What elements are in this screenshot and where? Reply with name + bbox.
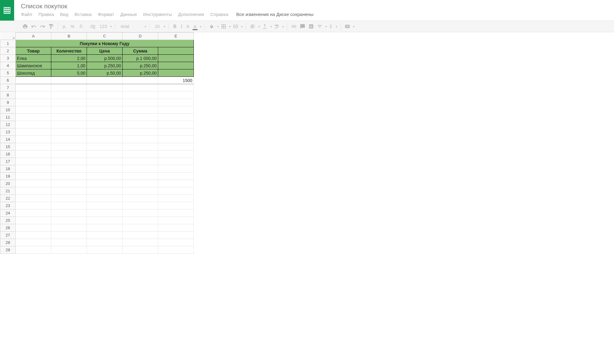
cell-E11[interactable] bbox=[158, 114, 194, 121]
cell-B14[interactable] bbox=[51, 136, 87, 143]
row-header-19[interactable]: 19 bbox=[0, 173, 16, 180]
cell-E15[interactable] bbox=[158, 143, 194, 151]
cell-B22[interactable] bbox=[51, 195, 87, 202]
row-header-16[interactable]: 16 bbox=[0, 151, 16, 158]
cell-C9[interactable] bbox=[87, 99, 123, 106]
menu-help[interactable]: Справка bbox=[210, 12, 228, 17]
row-header-13[interactable]: 13 bbox=[0, 128, 16, 136]
cell-D23[interactable] bbox=[123, 202, 158, 209]
cell-C13[interactable] bbox=[87, 128, 123, 136]
cell-D3[interactable]: р.1 000,00 bbox=[123, 55, 158, 62]
menu-file[interactable]: Файл bbox=[21, 12, 32, 17]
cell-C15[interactable] bbox=[87, 143, 123, 151]
cell-B24[interactable] bbox=[51, 209, 87, 217]
cell-C17[interactable] bbox=[87, 158, 123, 165]
cell-C29[interactable] bbox=[87, 246, 123, 254]
document-title[interactable]: Список покупок bbox=[21, 2, 614, 10]
text-wrap-icon[interactable] bbox=[273, 23, 280, 30]
row-header-26[interactable]: 26 bbox=[0, 224, 16, 232]
cell-E10[interactable] bbox=[158, 106, 194, 114]
row-header-17[interactable]: 17 bbox=[0, 158, 16, 165]
cell-D27[interactable] bbox=[123, 232, 158, 239]
cell-C19[interactable] bbox=[87, 173, 123, 180]
cell-B11[interactable] bbox=[51, 114, 87, 121]
cell-D18[interactable] bbox=[123, 165, 158, 173]
cell-D14[interactable] bbox=[123, 136, 158, 143]
cell-A20[interactable] bbox=[16, 180, 51, 187]
menu-addons[interactable]: Дополнения bbox=[178, 12, 204, 17]
cell-D4[interactable]: р.250,00 bbox=[123, 62, 158, 69]
cell-C6[interactable] bbox=[87, 77, 123, 84]
cell-E29[interactable] bbox=[158, 246, 194, 254]
cell-D15[interactable] bbox=[123, 143, 158, 151]
strikethrough-button[interactable]: S bbox=[185, 24, 191, 29]
column-header-E[interactable]: E bbox=[158, 33, 194, 40]
row-header-23[interactable]: 23 bbox=[0, 202, 16, 209]
cell-B20[interactable] bbox=[51, 180, 87, 187]
cell-E5[interactable] bbox=[158, 69, 194, 77]
cell-A9[interactable] bbox=[16, 99, 51, 106]
row-header-11[interactable]: 11 bbox=[0, 114, 16, 121]
increase-decimal-button[interactable]: .00 bbox=[88, 24, 97, 29]
cell-D29[interactable] bbox=[123, 246, 158, 254]
cell-E21[interactable] bbox=[158, 187, 194, 195]
cell-E25[interactable] bbox=[158, 217, 194, 224]
row-header-4[interactable]: 4 bbox=[0, 62, 16, 69]
cell-C2[interactable]: Цена bbox=[87, 47, 123, 55]
cell-B26[interactable] bbox=[51, 224, 87, 232]
cell-B18[interactable] bbox=[51, 165, 87, 173]
cell-D19[interactable] bbox=[123, 173, 158, 180]
cell-B2[interactable]: Количество bbox=[51, 47, 87, 55]
cell-D25[interactable] bbox=[123, 217, 158, 224]
cell-C3[interactable]: р.500,00 bbox=[87, 55, 123, 62]
cell-B29[interactable] bbox=[51, 246, 87, 254]
cell-B17[interactable] bbox=[51, 158, 87, 165]
select-all-corner[interactable] bbox=[0, 33, 16, 40]
row-header-10[interactable]: 10 bbox=[0, 106, 16, 114]
menu-format[interactable]: Формат bbox=[98, 12, 114, 17]
cell-E16[interactable] bbox=[158, 151, 194, 158]
format-percent-button[interactable]: % bbox=[69, 24, 76, 29]
font-name-select[interactable]: Arial bbox=[118, 24, 143, 29]
cell-E17[interactable] bbox=[158, 158, 194, 165]
cell-C14[interactable] bbox=[87, 136, 123, 143]
cell-A23[interactable] bbox=[16, 202, 51, 209]
row-header-27[interactable]: 27 bbox=[0, 232, 16, 239]
cell-B23[interactable] bbox=[51, 202, 87, 209]
cell-A15[interactable] bbox=[16, 143, 51, 151]
cell-C20[interactable] bbox=[87, 180, 123, 187]
cell-C10[interactable] bbox=[87, 106, 123, 114]
cell-E22[interactable] bbox=[158, 195, 194, 202]
column-header-C[interactable]: C bbox=[87, 33, 123, 40]
cell-D12[interactable] bbox=[123, 121, 158, 128]
cell-C22[interactable] bbox=[87, 195, 123, 202]
cell-C24[interactable] bbox=[87, 209, 123, 217]
row-header-9[interactable]: 9 bbox=[0, 99, 16, 106]
cell-E7[interactable] bbox=[158, 84, 194, 92]
cell-A26[interactable] bbox=[16, 224, 51, 232]
cell-A18[interactable] bbox=[16, 165, 51, 173]
row-header-21[interactable]: 21 bbox=[0, 187, 16, 195]
row-header-15[interactable]: 15 bbox=[0, 143, 16, 151]
bold-button[interactable]: B bbox=[172, 24, 178, 29]
row-header-18[interactable]: 18 bbox=[0, 165, 16, 173]
cell-D22[interactable] bbox=[123, 195, 158, 202]
cell-A6[interactable] bbox=[16, 77, 51, 84]
cell-C21[interactable] bbox=[87, 187, 123, 195]
cell-D17[interactable] bbox=[123, 158, 158, 165]
row-header-20[interactable]: 20 bbox=[0, 180, 16, 187]
row-header-24[interactable]: 24 bbox=[0, 209, 16, 217]
cell-A25[interactable] bbox=[16, 217, 51, 224]
cell-A19[interactable] bbox=[16, 173, 51, 180]
keyboard-icon[interactable] bbox=[344, 23, 351, 30]
cell-A1[interactable]: Покупки к Новому Году bbox=[16, 40, 194, 47]
cell-A10[interactable] bbox=[16, 106, 51, 114]
undo-icon[interactable] bbox=[30, 23, 37, 30]
app-logo[interactable] bbox=[0, 0, 14, 21]
cell-B13[interactable] bbox=[51, 128, 87, 136]
redo-icon[interactable] bbox=[39, 23, 46, 30]
cell-E26[interactable] bbox=[158, 224, 194, 232]
font-size-select[interactable]: 10 bbox=[153, 24, 162, 29]
cell-A28[interactable] bbox=[16, 239, 51, 246]
cell-D5[interactable]: р.250,00 bbox=[123, 69, 158, 77]
